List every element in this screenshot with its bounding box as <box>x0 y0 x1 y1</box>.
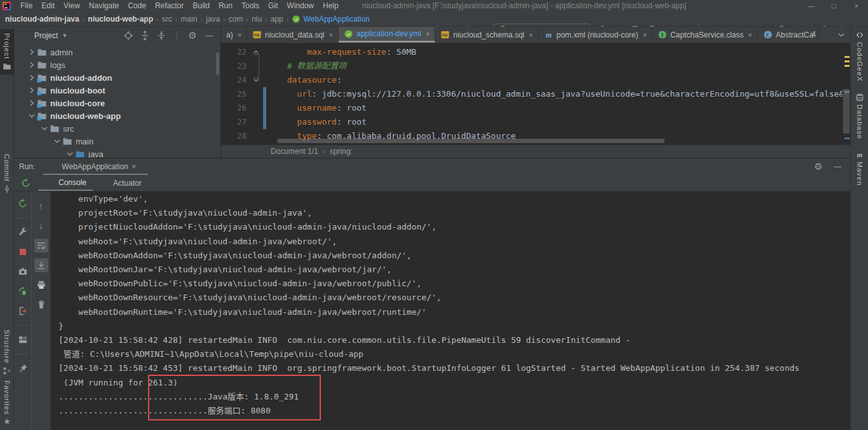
panel-settings-icon[interactable]: ⚙ <box>187 31 198 41</box>
editor-tab-application-dev.yml[interactable]: application-dev.yml× <box>339 27 435 43</box>
menu-run[interactable]: Run <box>214 0 237 11</box>
menu-build[interactable]: Build <box>188 0 214 11</box>
menu-file[interactable]: File <box>16 0 37 11</box>
toolwindow-button-favorites[interactable]: Favorites★ <box>0 380 14 426</box>
restart-debug-button[interactable] <box>16 284 30 298</box>
editor-tab-captchaservice.class[interactable]: ICaptchaService.class× <box>653 27 758 43</box>
toolwindow-button-project[interactable]: Project <box>0 29 14 74</box>
tree-node-admin[interactable]: admin <box>14 46 220 59</box>
editor-tab-niucloud-data.sql[interactable]: SQLniucloud_data.sql× <box>247 27 339 43</box>
run-settings-icon[interactable]: ⚙ <box>813 162 824 172</box>
up-stacktrace-button[interactable]: ↑ <box>34 199 48 213</box>
chevron-right-icon[interactable] <box>27 73 37 83</box>
menu-edit[interactable]: Edit <box>37 0 59 11</box>
inspection-widget[interactable]: 4 <box>799 29 840 39</box>
menu-git[interactable]: Git <box>264 0 282 11</box>
hide-panel-icon[interactable]: — <box>204 31 214 41</box>
menu-window[interactable]: Window <box>282 0 318 11</box>
close-icon[interactable]: × <box>329 30 333 40</box>
close-icon[interactable]: × <box>132 162 137 172</box>
minimize-button[interactable]: — <box>799 0 822 11</box>
editor-vscrollbar-thumb[interactable] <box>843 89 850 134</box>
toolwindow-button-codegeex[interactable]: CodeGeeX <box>851 31 868 81</box>
tab-console[interactable]: Console <box>38 175 93 191</box>
hide-run-panel-icon[interactable]: — <box>832 162 843 172</box>
console-output[interactable]: envType='dev', projectRoot='F:\studyjava… <box>51 191 850 430</box>
chevron-right-icon[interactable] <box>27 47 37 57</box>
scroll-to-end-button[interactable] <box>34 258 48 272</box>
chevron-down-icon[interactable] <box>52 136 62 146</box>
editor-hscrollbar[interactable] <box>277 139 843 144</box>
close-button[interactable]: × <box>845 0 868 11</box>
menu-navigate[interactable]: Navigate <box>85 0 123 11</box>
collapse-all-icon[interactable] <box>156 31 166 41</box>
tree-node-niucloud-core[interactable]: niucloud-core <box>14 97 220 109</box>
menu-help[interactable]: Help <box>318 0 343 11</box>
breadcrumb-item-webappapplication[interactable]: WebAppApplication <box>292 15 370 24</box>
tree-node-src[interactable]: src <box>14 122 220 135</box>
tree-node-logs[interactable]: logs <box>14 59 220 71</box>
clear-console-button[interactable] <box>34 298 48 312</box>
toolwindow-button-maven[interactable]: mMaven <box>851 150 868 186</box>
tree-node-niucloud-boot[interactable]: niucloud-boot <box>14 84 220 97</box>
maximize-button[interactable]: □ <box>822 0 845 11</box>
menu-tools[interactable]: Tools <box>237 0 264 11</box>
rerun-application-button[interactable] <box>16 197 30 211</box>
project-tree-scrollbar[interactable] <box>216 52 219 75</box>
close-icon[interactable]: × <box>529 30 532 40</box>
close-icon[interactable]: × <box>238 30 241 40</box>
editor-tab-niucloud-schema.sql[interactable]: SQLniucloud_schema.sql× <box>435 27 539 43</box>
fold-marker-icon[interactable] <box>247 73 266 87</box>
chevron-right-icon[interactable] <box>27 85 37 95</box>
editor-tab-pom.xml-niucloud-core-[interactable]: mpom.xml (niucloud-core)× <box>539 27 653 43</box>
fold-marker-icon[interactable] <box>247 45 266 59</box>
stop-process-button[interactable] <box>16 245 30 259</box>
tree-node-java[interactable]: java <box>14 148 220 158</box>
modify-run-config-button[interactable] <box>16 225 30 239</box>
tree-node-niucloud-web-app[interactable]: niucloud-web-app <box>14 109 220 122</box>
breadcrumb-item-java[interactable]: java <box>206 15 220 24</box>
breadcrumb-item-src[interactable]: src <box>162 15 172 24</box>
menu-view[interactable]: View <box>59 0 85 11</box>
next-warning-icon[interactable] <box>832 31 840 39</box>
breadcrumb-item-com[interactable]: com <box>229 15 243 24</box>
toolwindow-button-structure[interactable]: Structure <box>0 329 14 375</box>
tree-node-main[interactable]: main <box>14 135 220 148</box>
chevron-down-icon[interactable] <box>65 149 75 158</box>
breadcrumb-item-niucloud-admin-java[interactable]: niucloud-admin-java <box>5 15 79 24</box>
print-button[interactable] <box>34 278 48 292</box>
chevron-down-icon[interactable] <box>27 111 37 121</box>
rerun-application-button[interactable] <box>19 176 33 190</box>
close-icon[interactable]: × <box>426 29 430 39</box>
close-icon[interactable]: × <box>642 30 646 40</box>
menu-refactor[interactable]: Refactor <box>151 0 188 11</box>
run-config-tab[interactable]: WebAppApplication × <box>49 158 136 175</box>
pin-tab-button[interactable] <box>16 361 30 375</box>
down-stacktrace-button[interactable]: ↓ <box>34 219 48 233</box>
breadcrumb-item-app[interactable]: app <box>271 15 283 24</box>
breadcrumb-item-main[interactable]: main <box>180 15 197 24</box>
tree-node-niucloud-addon[interactable]: niucloud-addon <box>14 71 220 84</box>
soft-wrap-button[interactable] <box>34 239 48 253</box>
code-editor[interactable]: 22 max-request-size: 50MB23 # 数据源配置项24 d… <box>221 43 850 145</box>
menu-code[interactable]: Code <box>123 0 151 11</box>
breadcrumb-item-niucloud-web-app[interactable]: niucloud-web-app <box>88 15 153 24</box>
restore-layout-button[interactable] <box>16 333 30 347</box>
breadcrumb-item-niu[interactable]: niu <box>252 15 262 24</box>
chevron-down-icon[interactable] <box>39 123 50 134</box>
toolwindow-button-database[interactable]: Database <box>851 93 868 139</box>
prev-warning-icon[interactable] <box>820 31 828 39</box>
editor-tab-a-[interactable]: a)× <box>221 27 247 43</box>
exit-button[interactable] <box>16 304 30 318</box>
breadcrumb-document[interactable]: Document 1/1 <box>271 147 318 156</box>
breadcrumb-node[interactable]: spring: <box>330 147 353 156</box>
project-view-selector[interactable]: Project ▼ <box>14 31 67 41</box>
error-stripe[interactable] <box>843 43 850 145</box>
chevron-right-icon[interactable] <box>27 60 37 70</box>
locate-file-icon[interactable] <box>123 31 133 41</box>
thread-dump-button[interactable] <box>16 265 30 279</box>
chevron-right-icon[interactable] <box>27 98 37 108</box>
close-icon[interactable]: × <box>748 30 752 40</box>
toolwindow-button-commit[interactable]: Commit <box>0 154 14 193</box>
tab-actuator[interactable]: Actuator <box>93 175 148 191</box>
